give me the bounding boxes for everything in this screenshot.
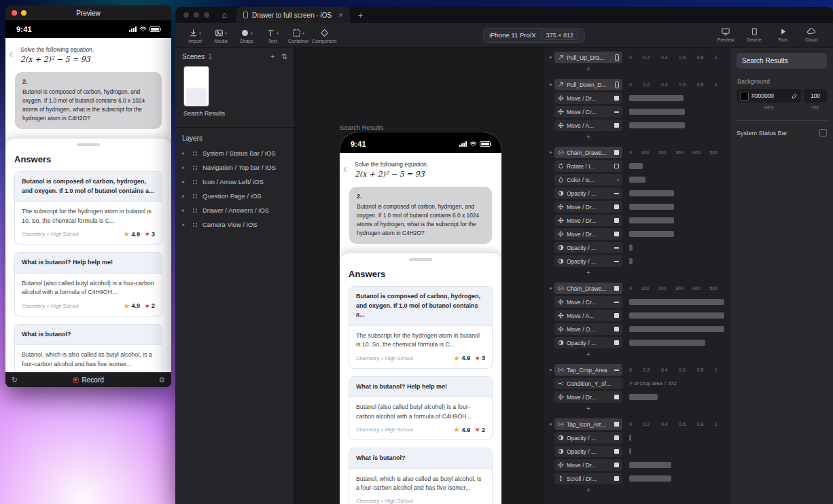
tool-component[interactable]: Component (311, 26, 337, 43)
timeline-bar[interactable] (629, 95, 684, 101)
minimize-window-icon[interactable] (194, 12, 199, 18)
collapse-chevron-icon[interactable]: ▾ (547, 286, 554, 291)
collapse-chevron-icon[interactable]: ▾ (547, 55, 554, 60)
expand-chevron-icon[interactable]: ▸ (182, 222, 188, 228)
record-button[interactable]: Record (73, 376, 104, 384)
timeline-bar[interactable] (629, 245, 633, 251)
timeline-bar[interactable] (629, 312, 724, 319)
timeline-bar[interactable] (629, 299, 724, 305)
timeline-bar[interactable] (629, 204, 674, 210)
add-scene-icon[interactable]: + (270, 53, 274, 60)
eyedropper-icon[interactable] (792, 93, 798, 99)
trigger-pill[interactable]: Tap_Crop_Area (554, 364, 622, 376)
question-card[interactable]: 2.Butanol is composed of carbon, hydroge… (15, 72, 162, 129)
reload-icon[interactable]: ↻ (12, 376, 18, 384)
view-options-icon[interactable]: ⇅ (281, 53, 287, 60)
response-pill[interactable]: Move / Dr... (554, 459, 622, 471)
response-pill[interactable]: Move / A... (554, 120, 622, 131)
timeline-bar[interactable] (629, 122, 685, 128)
hex-input[interactable]: #000000 (737, 89, 801, 103)
timeline-bar[interactable] (629, 177, 645, 183)
answer-card[interactable]: What is butanol?Butanol, which is also c… (349, 448, 493, 504)
response-pill[interactable]: Move / Cr... (554, 106, 622, 118)
color-swatch[interactable] (740, 92, 749, 101)
collapse-chevron-icon[interactable]: ▾ (547, 367, 554, 372)
response-pill[interactable]: Color / Ic...‹ (554, 174, 622, 185)
layer-item[interactable]: ▸Camera View / iOS (175, 217, 294, 232)
close-tab-icon[interactable]: × (338, 12, 342, 19)
timeline-bar[interactable] (629, 190, 674, 196)
device-size-badge[interactable]: iPhone 11 Pro/X 375 × 812 (482, 28, 585, 43)
add-response-button[interactable]: + (554, 65, 622, 73)
tool-device[interactable]: Device (742, 25, 766, 42)
tool-import[interactable]: ▾Import (182, 26, 208, 43)
response-pill[interactable]: Move / Dr... (554, 391, 622, 403)
layer-item[interactable]: ▸Drawer / Answers / iOS (175, 203, 294, 217)
canvas-phone-mockup[interactable]: 9:41‹Solve the following equation.2(x + … (340, 132, 501, 504)
answer-card[interactable]: What is butanol? Help help me!Butanol (a… (14, 252, 162, 317)
response-pill[interactable]: Opacity / ... (554, 337, 622, 348)
timeline-bar[interactable] (629, 326, 724, 332)
tool-container[interactable]: ▾Container (285, 26, 311, 43)
expand-chevron-icon[interactable]: ▸ (182, 208, 188, 213)
close-window-icon[interactable] (183, 12, 189, 18)
canvas[interactable]: Search Results 9:41‹Solve the following … (295, 48, 544, 504)
response-pill[interactable]: Condition_Y_of... (554, 378, 622, 389)
response-pill[interactable]: Move / Cr... (554, 296, 622, 308)
expand-chevron-icon[interactable]: ▸ (182, 194, 188, 199)
timeline-bar[interactable] (629, 435, 631, 441)
response-pill[interactable]: Move / O... (554, 323, 622, 335)
drawer-handle-icon[interactable] (409, 258, 432, 261)
add-response-button[interactable]: + (554, 405, 622, 413)
drawer-handle-icon[interactable] (77, 143, 100, 146)
timeline-bar[interactable] (629, 258, 633, 264)
trigger-pill[interactable]: Chain_Drawe... (554, 147, 622, 158)
layer-item[interactable]: ▸System / Status Bar / iOS (175, 146, 294, 160)
response-pill[interactable]: Move / Dr... (554, 92, 622, 104)
answers-drawer[interactable]: AnswersButanol is composed of carbon, hy… (5, 139, 171, 372)
response-pill[interactable]: Opacity / ... (554, 242, 622, 253)
system-status-bar-checkbox[interactable] (819, 129, 827, 137)
collapse-chevron-icon[interactable]: ▾ (547, 422, 554, 427)
timeline-bar[interactable] (629, 448, 631, 454)
close-window-icon[interactable] (12, 10, 17, 16)
home-icon[interactable]: ⌂ (217, 11, 231, 19)
answer-card[interactable]: What is butanol?Butanol, which is also c… (14, 324, 162, 373)
scene-thumbnail[interactable] (183, 66, 209, 107)
collapse-chevron-icon[interactable]: ▾ (547, 82, 554, 87)
expand-chevron-icon[interactable]: ▸ (182, 151, 188, 156)
timeline-bar[interactable] (629, 109, 685, 115)
scene-item[interactable]: Search Results (175, 65, 294, 123)
layer-item[interactable]: ▸Question Page / iOS (175, 189, 294, 203)
tool-run[interactable]: Run (770, 25, 795, 42)
answers-drawer[interactable]: AnswersButanol is composed of carbon, hy… (340, 253, 501, 504)
minimize-window-icon[interactable] (21, 10, 26, 16)
timeline-bar[interactable] (629, 475, 671, 482)
new-tab-icon[interactable]: + (358, 11, 364, 20)
answer-card[interactable]: What is butanol? Help help me!Butanol (a… (349, 376, 493, 441)
add-response-button[interactable]: + (554, 133, 622, 141)
response-pill[interactable]: Opacity / ... (554, 446, 622, 457)
timeline-bar[interactable] (629, 217, 674, 223)
trigger-pill[interactable]: Pull_Down_D... (554, 79, 622, 90)
trigger-pill[interactable]: Chain_Drawe... (554, 283, 622, 294)
response-pill[interactable]: Rotate / I... (554, 160, 622, 172)
timeline-bar[interactable] (629, 394, 658, 400)
question-card[interactable]: 2.Butanol is composed of carbon, hydroge… (349, 187, 492, 244)
response-pill[interactable]: Opacity / ... (554, 432, 622, 444)
add-response-button[interactable]: + (554, 350, 622, 359)
answer-card[interactable]: Butanol is composed of carbon, hydrogen,… (14, 171, 162, 245)
expand-chevron-icon[interactable]: ▸ (182, 179, 188, 185)
fill-input[interactable]: 100 (804, 89, 827, 103)
response-pill[interactable]: Opacity / ... (554, 255, 622, 267)
expand-chevron-icon[interactable]: ▸ (182, 165, 188, 170)
timeline-bar[interactable] (629, 163, 643, 169)
trigger-pill[interactable]: Tap_Icon_Arr... (554, 418, 622, 430)
response-pill[interactable]: Move / Dr... (554, 228, 622, 240)
add-response-button[interactable]: + (554, 269, 622, 277)
response-pill[interactable]: Move / A... (554, 310, 622, 321)
timeline-bar[interactable] (629, 340, 705, 346)
tool-text[interactable]: ▾Text (260, 26, 285, 43)
layer-item[interactable]: ▸Navigation / Top bar / iOS (175, 160, 294, 175)
document-tab[interactable]: Drawer to full screen - iOS × (236, 7, 350, 23)
